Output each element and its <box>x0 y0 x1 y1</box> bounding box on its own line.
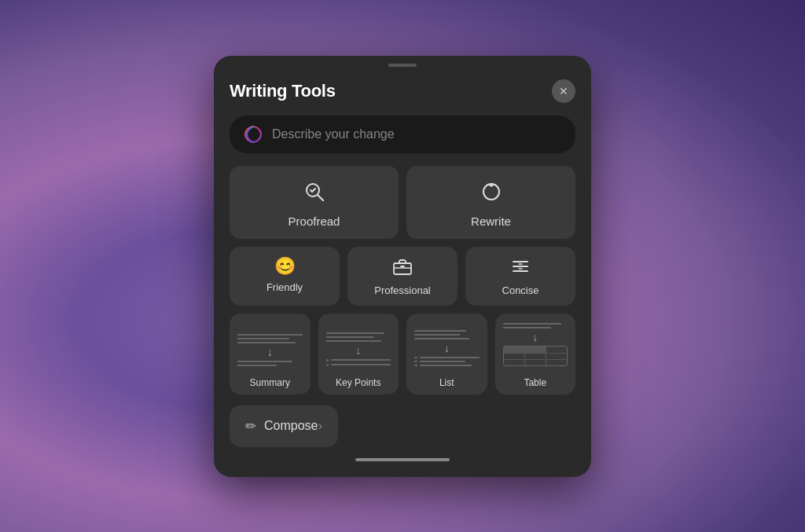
close-button[interactable]: ✕ <box>552 79 575 103</box>
list-preview: ↓ <box>406 314 487 372</box>
key-points-preview: ↓ <box>318 314 399 372</box>
summary-label: Summary <box>230 372 311 394</box>
svg-rect-9 <box>394 263 411 274</box>
svg-line-8 <box>488 184 491 185</box>
friendly-icon: 😊 <box>274 258 296 275</box>
concise-button[interactable]: Concise <box>465 247 575 306</box>
compose-chevron-icon: › <box>318 418 322 434</box>
summary-button[interactable]: ↓ Summary <box>230 314 311 394</box>
proofread-button[interactable]: Proofread <box>230 166 399 239</box>
compose-label: Compose <box>264 419 318 433</box>
writing-tools-panel: Writing Tools ✕ Describe your change <box>214 56 591 477</box>
bottom-home-indicator <box>355 458 450 461</box>
proofread-label: Proofread <box>289 215 340 228</box>
key-points-button[interactable]: ↓ Key Points <box>318 314 399 394</box>
key-points-label: Key Points <box>318 372 399 394</box>
ai-intelligence-icon <box>242 123 264 145</box>
proofread-icon <box>303 180 326 207</box>
concise-label: Concise <box>502 284 539 296</box>
large-tools-row: Proofread Rewrite <box>230 166 575 239</box>
friendly-button[interactable]: 😊 Friendly <box>230 247 340 306</box>
rewrite-button[interactable]: Rewrite <box>406 166 575 239</box>
professional-icon <box>393 258 412 278</box>
panel-header: Writing Tools ✕ <box>214 67 591 116</box>
professional-label: Professional <box>374 284 431 296</box>
tools-grid: Proofread Rewrite 😊 Frien <box>214 166 591 394</box>
svg-line-4 <box>312 189 315 192</box>
compose-left: ✏ Compose <box>245 418 318 435</box>
table-label: Table <box>495 372 576 394</box>
professional-button[interactable]: Professional <box>347 247 458 306</box>
compose-icon: ✏ <box>245 418 256 435</box>
svg-line-2 <box>318 195 323 200</box>
medium-tools-row: 😊 Friendly Professional <box>230 247 575 306</box>
search-bar[interactable]: Describe your change <box>230 116 575 153</box>
rewrite-label: Rewrite <box>471 215 511 228</box>
compose-button[interactable]: ✏ Compose › <box>230 405 338 447</box>
list-label: List <box>406 372 487 394</box>
table-button[interactable]: ↓ <box>495 314 576 394</box>
concise-icon <box>511 258 530 278</box>
small-tools-row: ↓ Summary ↓ <box>230 314 575 394</box>
search-placeholder: Describe your change <box>272 127 395 141</box>
panel-title: Writing Tools <box>230 81 336 101</box>
rewrite-icon <box>480 180 503 207</box>
table-preview: ↓ <box>495 314 576 372</box>
summary-preview: ↓ <box>230 314 311 372</box>
list-button[interactable]: ↓ <box>406 314 487 394</box>
friendly-label: Friendly <box>266 281 303 293</box>
